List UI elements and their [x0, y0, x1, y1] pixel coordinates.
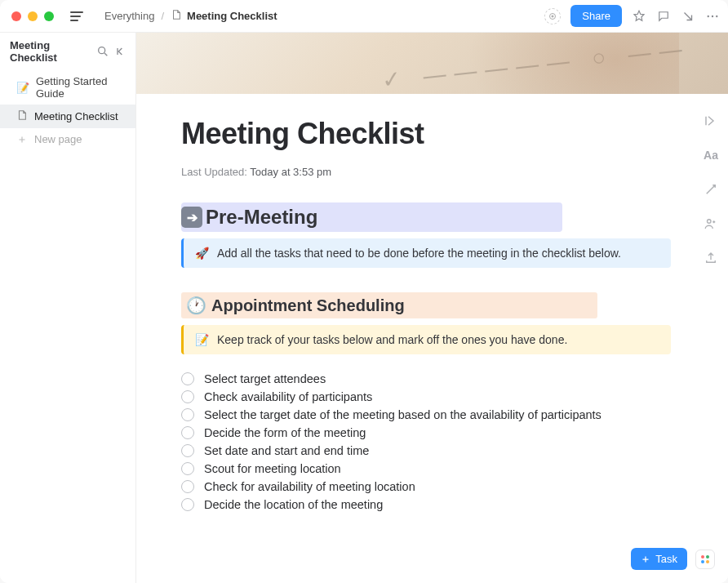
comment-icon[interactable]	[656, 9, 671, 24]
todo-list: Select target attendeesCheck availabilit…	[181, 372, 679, 511]
meta-value: Today at 3:53 pm	[250, 166, 331, 178]
svg-point-10	[708, 220, 712, 224]
breadcrumb: Everything / Meeting Checklist	[100, 9, 277, 23]
todo-label: Scout for meeting location	[204, 462, 341, 475]
right-rail: Aa	[694, 33, 728, 583]
section-appointment-scheduling[interactable]: 🕐 Appointment Scheduling	[181, 292, 597, 318]
export-icon[interactable]	[703, 250, 719, 266]
minimize-window-button[interactable]	[28, 11, 38, 21]
titlebar: Everything / Meeting Checklist Share	[0, 0, 728, 33]
todo-item[interactable]: Select target attendees	[181, 372, 679, 385]
section-pre-meeting[interactable]: ➔ Pre-Meeting	[181, 202, 562, 232]
menu-toggle-button[interactable]	[70, 11, 83, 21]
todo-label: Decide the form of the meeting	[204, 426, 366, 439]
star-icon[interactable]	[632, 9, 646, 24]
apps-button[interactable]	[695, 550, 715, 569]
breadcrumb-root[interactable]: Everything	[100, 10, 154, 22]
todo-item[interactable]: Decide the form of the meeting	[181, 426, 679, 439]
sidebar-item-label: Getting Started Guide	[36, 75, 127, 100]
todo-item[interactable]: Decide the location of the meeting	[181, 498, 679, 511]
todo-item[interactable]: Check for availability of meeting locati…	[181, 480, 679, 493]
new-page-label: New page	[34, 133, 82, 145]
sidebar-header: Meeting Checklist	[0, 33, 135, 70]
sidebar-item-getting-started[interactable]: 📝 Getting Started Guide	[0, 70, 135, 105]
magic-icon[interactable]	[703, 181, 719, 198]
plus-icon	[16, 134, 28, 145]
svg-point-8	[716, 15, 717, 16]
people-icon[interactable]	[703, 216, 719, 232]
activity-icon[interactable]	[544, 8, 561, 24]
page-icon	[171, 9, 182, 23]
section-pre-title: Pre-Meeting	[206, 206, 317, 229]
todo-checkbox[interactable]	[181, 390, 194, 403]
memo-icon: 📝	[16, 82, 29, 94]
todo-item[interactable]: Set date and start and end time	[181, 444, 679, 457]
todo-item[interactable]: Check availability of participants	[181, 390, 679, 403]
clock-icon: 🕐	[186, 296, 206, 315]
todo-checkbox[interactable]	[181, 372, 194, 385]
svg-point-6	[708, 15, 709, 16]
breadcrumb-root-label: Everything	[104, 10, 154, 22]
breadcrumb-current[interactable]: Meeting Checklist	[171, 9, 277, 23]
document: Meeting Checklist Last Updated: Today at…	[136, 94, 728, 544]
todo-checkbox[interactable]	[181, 408, 194, 421]
todo-label: Select the target date of the meeting ba…	[204, 408, 601, 421]
section-sched-title: Appointment Scheduling	[211, 296, 405, 315]
todo-checkbox[interactable]	[181, 498, 194, 511]
expand-icon[interactable]	[703, 113, 719, 129]
collapse-icon[interactable]	[114, 45, 127, 58]
todo-label: Select target attendees	[204, 372, 326, 385]
task-button[interactable]: Task	[631, 548, 687, 570]
more-icon[interactable]	[705, 9, 720, 24]
breadcrumb-separator: /	[161, 10, 164, 22]
todo-checkbox[interactable]	[181, 444, 194, 457]
todo-label: Decide the location of the meeting	[204, 498, 383, 511]
sidebar-title: Meeting Checklist	[10, 39, 91, 64]
todo-label: Check for availability of meeting locati…	[204, 480, 415, 493]
task-button-label: Task	[655, 553, 677, 565]
svg-point-7	[712, 15, 713, 16]
breadcrumb-current-label: Meeting Checklist	[187, 10, 277, 22]
font-icon[interactable]: Aa	[703, 147, 719, 163]
callout-pre-meeting[interactable]: 🚀 Add all the tasks that need to be done…	[181, 238, 671, 268]
download-icon[interactable]	[681, 9, 695, 24]
todo-label: Check availability of participants	[204, 390, 372, 403]
todo-checkbox[interactable]	[181, 462, 194, 475]
todo-label: Set date and start and end time	[204, 444, 369, 457]
page-icon	[16, 109, 28, 123]
callout-pre-text: Add all the tasks that need to be done b…	[217, 247, 621, 260]
callout-sched-text: Keep track of your tasks below and mark …	[217, 333, 567, 346]
todo-item[interactable]: Select the target date of the meeting ba…	[181, 408, 679, 421]
apps-icon	[701, 555, 709, 563]
sidebar-item-label: Meeting Checklist	[34, 110, 118, 122]
close-window-button[interactable]	[11, 11, 21, 21]
search-icon[interactable]	[96, 45, 109, 58]
new-page-button[interactable]: New page	[0, 128, 135, 150]
cover-image[interactable]	[136, 33, 728, 94]
todo-item[interactable]: Scout for meeting location	[181, 462, 679, 475]
share-button[interactable]: Share	[570, 5, 622, 27]
todo-checkbox[interactable]	[181, 480, 194, 493]
memo-icon: 📝	[195, 333, 209, 346]
svg-point-9	[99, 47, 105, 54]
sidebar-item-meeting-checklist[interactable]: Meeting Checklist	[0, 105, 135, 128]
rocket-icon: 🚀	[195, 247, 209, 260]
svg-point-5	[552, 15, 553, 16]
page-title[interactable]: Meeting Checklist	[181, 117, 679, 151]
last-updated: Last Updated: Today at 3:53 pm	[181, 166, 679, 178]
nav-list: 📝 Getting Started Guide Meeting Checklis…	[0, 70, 135, 155]
sidebar: Meeting Checklist 📝 Getting Started Guid…	[0, 33, 136, 583]
meta-label: Last Updated:	[181, 166, 247, 178]
maximize-window-button[interactable]	[44, 11, 54, 21]
titlebar-actions: Share	[544, 5, 720, 27]
arrow-right-icon: ➔	[181, 207, 202, 228]
main-area: Meeting Checklist Last Updated: Today at…	[136, 33, 728, 583]
window-controls	[11, 11, 54, 21]
bottom-right-actions: Task	[631, 548, 715, 570]
todo-checkbox[interactable]	[181, 426, 194, 439]
callout-scheduling[interactable]: 📝 Keep track of your tasks below and mar…	[181, 325, 671, 354]
